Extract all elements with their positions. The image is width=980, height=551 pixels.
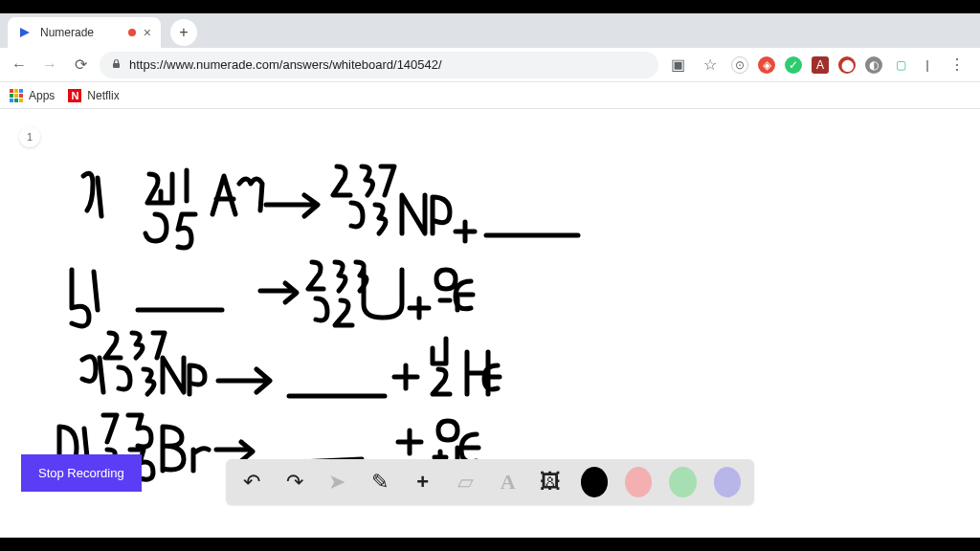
netflix-bookmark[interactable]: N Netflix <box>68 89 119 102</box>
ext-icon-8[interactable]: ❘ <box>919 56 936 74</box>
netflix-icon: N <box>68 89 81 102</box>
ext-icon-5[interactable]: ⬤ <box>838 56 856 74</box>
pen-tool[interactable]: ✎ <box>368 468 393 496</box>
menu-icon[interactable]: ⋮ <box>946 54 969 77</box>
address-bar: ← → ⟳ https://www.numerade.com/answers/w… <box>0 48 980 82</box>
forward-button[interactable]: → <box>38 54 61 77</box>
ext-icon-1[interactable]: ⊙ <box>731 56 748 74</box>
cast-icon[interactable]: ▣ <box>666 54 689 77</box>
svg-marker-0 <box>20 28 30 37</box>
new-tab-button[interactable]: + <box>170 19 197 46</box>
extension-icons: ▣ ☆ ⊙ ◈ ✓ A ⬤ ◐ ▢ ❘ ⋮ <box>666 54 972 77</box>
tab-strip: Numerade × + <box>0 13 980 48</box>
browser-tab[interactable]: Numerade × <box>8 17 161 48</box>
add-tool[interactable]: + <box>410 468 435 496</box>
eraser-tool[interactable]: ▱ <box>453 468 479 496</box>
tab-favicon <box>17 25 33 40</box>
reload-button[interactable]: ⟳ <box>69 54 92 77</box>
bookmarks-bar: Apps N Netflix <box>0 82 980 109</box>
url-text: https://www.numerade.com/answers/whitebo… <box>129 57 442 72</box>
whiteboard-toolbar: ↶ ↷ ➤ ✎ + ▱ A 🖼 <box>226 459 754 505</box>
undo-button[interactable]: ↶ <box>239 468 265 496</box>
text-tool[interactable]: A <box>495 468 521 496</box>
redo-button[interactable]: ↷ <box>282 468 308 496</box>
tab-close-button[interactable]: × <box>144 25 151 40</box>
color-green[interactable] <box>669 467 696 497</box>
window-top-bar <box>0 0 980 13</box>
page-content: 1 <box>0 109 980 538</box>
back-button[interactable]: ← <box>8 54 31 77</box>
tab-title: Numerade <box>40 26 121 39</box>
apps-bookmark[interactable]: Apps <box>10 89 55 102</box>
netflix-label: Netflix <box>87 89 119 102</box>
recording-indicator-icon <box>128 29 136 36</box>
color-purple[interactable] <box>714 467 741 497</box>
stop-recording-button[interactable]: Stop Recording <box>21 454 142 492</box>
color-black[interactable] <box>581 467 608 497</box>
window-bottom-bar <box>0 538 980 551</box>
url-input[interactable]: https://www.numerade.com/answers/whitebo… <box>100 52 658 78</box>
image-tool[interactable]: 🖼 <box>538 468 564 496</box>
color-pink[interactable] <box>625 467 652 497</box>
ext-icon-4[interactable]: A <box>812 56 829 74</box>
ext-icon-2[interactable]: ◈ <box>758 56 775 74</box>
ext-icon-6[interactable]: ◐ <box>865 56 882 74</box>
ext-icon-7[interactable]: ▢ <box>892 56 909 74</box>
apps-icon <box>10 89 23 102</box>
svg-rect-1 <box>113 63 120 68</box>
ext-icon-3[interactable]: ✓ <box>785 56 802 74</box>
apps-label: Apps <box>29 89 55 102</box>
lock-icon <box>111 58 122 72</box>
cursor-tool[interactable]: ➤ <box>324 468 350 496</box>
bookmark-star-icon[interactable]: ☆ <box>699 54 722 77</box>
